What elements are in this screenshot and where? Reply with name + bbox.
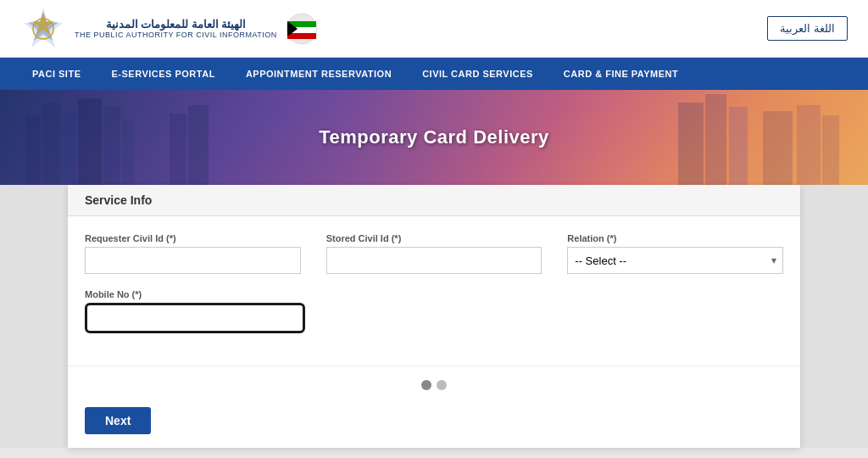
service-info-title: Service Info xyxy=(85,193,152,207)
button-section: Next xyxy=(68,399,800,448)
stored-civil-id-label: Stored Civil Id (*) xyxy=(326,233,542,243)
service-info-header: Service Info xyxy=(68,185,800,216)
relation-field: Relation (*) -- Select -- xyxy=(567,233,783,274)
kuwait-flag-icon xyxy=(286,13,318,45)
mobile-no-input[interactable] xyxy=(85,303,305,333)
next-button[interactable]: Next xyxy=(85,407,151,434)
main-navigation: PACI SITE E-SERVICES PORTAL APPOINTMENT … xyxy=(0,58,868,90)
mobile-no-label: Mobile No (*) xyxy=(85,289,322,299)
svg-rect-7 xyxy=(287,33,316,39)
nav-appointment-reservation[interactable]: APPOINTMENT RESERVATION xyxy=(231,58,407,90)
svg-rect-22 xyxy=(797,105,821,185)
svg-rect-19 xyxy=(705,94,726,185)
form-row-2: Mobile No (*) xyxy=(85,289,783,333)
svg-rect-16 xyxy=(170,114,186,185)
nav-eservices-portal[interactable]: E-SERVICES PORTAL xyxy=(96,58,230,90)
logo-english-text: THE PUBLIC AUTHORITY FOR CIVIL INFORMATI… xyxy=(75,31,277,39)
mobile-no-field: Mobile No (*) xyxy=(85,289,322,333)
nav-paci-site[interactable]: PACI SITE xyxy=(17,58,96,90)
pagination-dots xyxy=(68,366,800,399)
requester-civil-id-field: Requester Civil Id (*) xyxy=(85,233,301,274)
svg-rect-18 xyxy=(678,103,704,185)
form-row-1: Requester Civil Id (*) Stored Civil Id (… xyxy=(85,233,783,274)
header: الهيئة العامة للمعلومات المدنية THE PUBL… xyxy=(0,0,868,58)
svg-rect-13 xyxy=(78,98,102,185)
svg-rect-15 xyxy=(122,120,134,185)
nav-civil-card-services[interactable]: CIVIL CARD SERVICES xyxy=(407,58,548,90)
relation-select[interactable]: -- Select -- xyxy=(567,247,783,274)
requester-civil-id-input[interactable] xyxy=(85,247,301,274)
form-section: Requester Civil Id (*) Stored Civil Id (… xyxy=(68,216,800,357)
svg-rect-14 xyxy=(103,107,120,185)
paci-emblem-icon xyxy=(20,6,66,52)
pagination-dot-1 xyxy=(421,380,431,390)
nav-card-fine-payment[interactable]: CARD & FINE PAYMENT xyxy=(548,58,693,90)
svg-rect-20 xyxy=(729,107,748,185)
language-button[interactable]: اللغة العربية xyxy=(767,16,848,41)
svg-rect-21 xyxy=(763,111,793,185)
logo-arabic-text: الهيئة العامة للمعلومات المدنية xyxy=(106,18,247,31)
requester-civil-id-label: Requester Civil Id (*) xyxy=(85,233,301,243)
service-card: Service Info Requester Civil Id (*) Stor… xyxy=(68,185,800,448)
relation-select-wrapper: -- Select -- xyxy=(567,247,783,274)
relation-label: Relation (*) xyxy=(567,233,783,243)
main-content-area: Service Info Requester Civil Id (*) Stor… xyxy=(0,185,868,448)
pagination-dot-2 xyxy=(437,380,447,390)
svg-rect-12 xyxy=(63,111,76,185)
svg-rect-23 xyxy=(822,115,839,185)
hero-title: Temporary Card Delivery xyxy=(319,126,549,148)
svg-rect-11 xyxy=(42,103,61,185)
logo-text: الهيئة العامة للمعلومات المدنية THE PUBL… xyxy=(75,18,277,39)
svg-rect-17 xyxy=(188,105,209,185)
stored-civil-id-input[interactable] xyxy=(326,247,542,274)
svg-rect-10 xyxy=(25,115,41,185)
logo-block: الهيئة العامة للمعلومات المدنية THE PUBL… xyxy=(20,6,318,52)
hero-banner: Temporary Card Delivery xyxy=(0,90,868,185)
stored-civil-id-field: Stored Civil Id (*) xyxy=(326,233,542,274)
